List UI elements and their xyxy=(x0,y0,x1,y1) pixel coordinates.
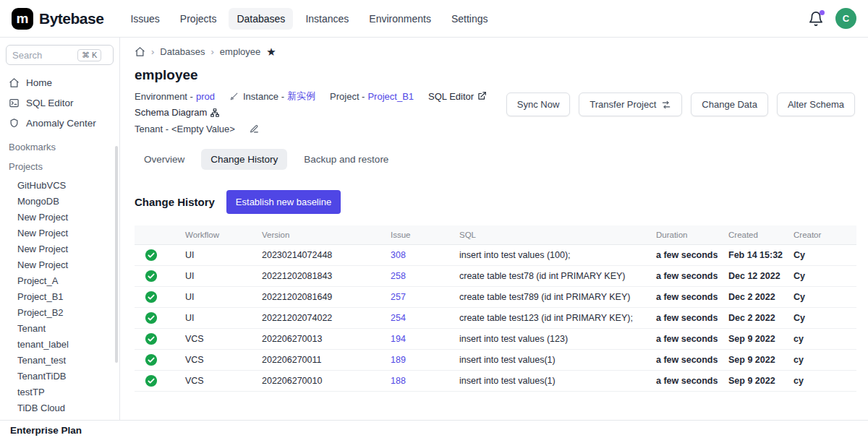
table-row[interactable]: UI 20230214072448 308 insert into test v… xyxy=(135,245,856,266)
home-icon xyxy=(9,77,20,88)
instance-link[interactable]: 新实例 xyxy=(287,90,315,103)
environment-link[interactable]: prod xyxy=(196,91,215,102)
sidebar-project-item[interactable]: Tenant_test xyxy=(6,353,114,369)
sidebar-project-item[interactable]: TiDB Cloud xyxy=(6,400,114,416)
avatar[interactable]: C xyxy=(835,8,856,29)
brand-logo[interactable]: m Bytebase xyxy=(12,8,103,30)
projects-section-label: Projects xyxy=(6,161,114,172)
table-row[interactable]: VCS 202206270011 189 insert into test va… xyxy=(135,350,856,371)
creator-cell: Cy xyxy=(783,266,856,287)
sql-editor-link[interactable]: SQL Editor xyxy=(428,91,487,102)
sidebar-project-item[interactable]: New Project xyxy=(6,225,114,241)
schema-diagram-link[interactable]: Schema Diagram xyxy=(135,107,220,118)
tab-backup-restore[interactable]: Backup and restore xyxy=(294,149,398,170)
issue-link[interactable]: 189 xyxy=(391,355,406,365)
sidebar-project-item[interactable]: TenantTiDB xyxy=(6,369,114,384)
success-check-icon xyxy=(145,374,158,387)
issue-link[interactable]: 257 xyxy=(391,292,406,302)
table-row[interactable]: UI 20221202081649 257 create table test7… xyxy=(135,287,856,308)
sidebar-item-home[interactable]: Home xyxy=(6,72,114,93)
nav-item-projects[interactable]: Projects xyxy=(172,8,225,30)
workflow-cell: UI xyxy=(174,287,251,308)
sidebar-project-item[interactable]: New Project xyxy=(6,210,114,225)
table-row[interactable]: VCS 202206270010 188 insert into test va… xyxy=(135,371,856,392)
creator-cell: cy xyxy=(783,350,856,371)
tab-change-history[interactable]: Change History xyxy=(201,149,287,170)
sidebar-item-anomaly-center[interactable]: Anomaly Center xyxy=(6,113,114,133)
search-input[interactable] xyxy=(12,50,75,61)
section-title: Change History xyxy=(135,196,215,208)
table-row[interactable]: VCS 202206270013 194 insert into test va… xyxy=(135,329,856,350)
created-cell: Dec 12 2022 xyxy=(718,266,783,287)
sidebar-project-item[interactable]: tenant_label xyxy=(6,337,114,353)
created-cell: Sep 9 2022 xyxy=(718,371,783,392)
nav-item-databases[interactable]: Databases xyxy=(229,8,293,30)
issue-link[interactable]: 188 xyxy=(391,376,406,386)
creator-cell: Cy xyxy=(783,245,856,266)
table-row[interactable]: UI 20221202074022 254 create table test1… xyxy=(135,308,856,329)
creator-cell: cy xyxy=(783,329,856,350)
project-link[interactable]: Project_B1 xyxy=(367,91,414,102)
issue-link[interactable]: 194 xyxy=(391,334,406,344)
issue-link[interactable]: 308 xyxy=(391,250,406,260)
issue-cell: 308 xyxy=(380,245,448,266)
version-cell: 202206270013 xyxy=(251,329,380,350)
tab-overview[interactable]: Overview xyxy=(135,149,194,170)
search-box[interactable]: ⌘ K xyxy=(6,45,114,65)
sidebar-project-item[interactable]: testTP xyxy=(6,384,114,400)
terminal-icon xyxy=(9,98,20,108)
issue-cell: 188 xyxy=(380,371,448,392)
sidebar-project-item[interactable]: Project_B2 xyxy=(6,305,114,321)
version-cell: 20221202081649 xyxy=(251,287,380,308)
sidebar-project-item[interactable]: New Project xyxy=(6,241,114,257)
breadcrumb-home-icon[interactable] xyxy=(135,46,145,57)
external-link-icon xyxy=(477,91,487,101)
instance-engine-icon xyxy=(229,92,239,101)
breadcrumb-separator: › xyxy=(211,46,214,57)
establish-baseline-button[interactable]: Establish new baseline xyxy=(226,190,341,214)
issue-link[interactable]: 254 xyxy=(391,313,406,323)
alter-schema-button[interactable]: Alter Schema xyxy=(777,93,855,116)
brand-name: Bytebase xyxy=(39,10,103,27)
issue-link[interactable]: 258 xyxy=(391,271,406,281)
issue-cell: 189 xyxy=(380,350,448,371)
issue-cell: 194 xyxy=(380,329,448,350)
breadcrumb-databases[interactable]: Databases xyxy=(160,46,205,57)
schema-diagram-icon xyxy=(210,108,220,118)
transfer-project-button[interactable]: Transfer Project xyxy=(579,93,682,116)
workflow-cell: VCS xyxy=(174,350,251,371)
sidebar-project-item[interactable]: New Project xyxy=(6,257,114,273)
breadcrumb-separator: › xyxy=(151,46,154,57)
sidebar-project-item[interactable]: Project_A xyxy=(6,273,114,289)
edit-pencil-icon[interactable] xyxy=(250,124,259,134)
sync-now-button[interactable]: Sync Now xyxy=(506,93,571,116)
notification-bell-icon[interactable] xyxy=(808,11,824,27)
shield-icon xyxy=(9,118,20,129)
nav-item-instances[interactable]: Instances xyxy=(297,8,357,30)
bookmarks-section-label: Bookmarks xyxy=(6,142,114,152)
sidebar-project-item[interactable]: Tenant xyxy=(6,321,114,337)
sidebar-project-item[interactable]: Project_B1 xyxy=(6,289,114,305)
workflow-cell: UI xyxy=(174,245,251,266)
sidebar-project-item[interactable]: GitHubVCS xyxy=(6,178,114,194)
enterprise-plan-link[interactable]: Enterprise Plan xyxy=(0,420,868,443)
tenant-label: Tenant - xyxy=(135,124,169,134)
version-cell: 202206270011 xyxy=(251,350,380,371)
nav-item-environments[interactable]: Environments xyxy=(361,8,439,30)
nav-item-issues[interactable]: Issues xyxy=(122,8,167,30)
nav-item-settings[interactable]: Settings xyxy=(443,8,496,30)
issue-cell: 258 xyxy=(380,266,448,287)
project-list: GitHubVCS MongoDB New Project New Projec… xyxy=(6,178,114,416)
creator-cell: Cy xyxy=(783,287,856,308)
sidebar-project-item[interactable]: MongoDB xyxy=(6,194,114,210)
table-row[interactable]: UI 20221202081843 258 create table test7… xyxy=(135,266,856,287)
main-content: › Databases › employee ★ employee Enviro… xyxy=(120,38,868,443)
sidebar-item-sql-editor[interactable]: SQL Editor xyxy=(6,93,114,113)
favorite-star-icon[interactable]: ★ xyxy=(266,46,276,57)
change-data-button[interactable]: Change Data xyxy=(691,93,768,116)
sidebar-scrollbar[interactable] xyxy=(115,146,118,363)
success-check-icon xyxy=(145,249,158,262)
sidebar: ⌘ K Home SQL Editor Anomaly Center Bookm… xyxy=(0,38,120,443)
breadcrumb: › Databases › employee ★ xyxy=(135,46,855,57)
table-header-row: Workflow Version Issue SQL Duration Crea… xyxy=(135,225,856,245)
